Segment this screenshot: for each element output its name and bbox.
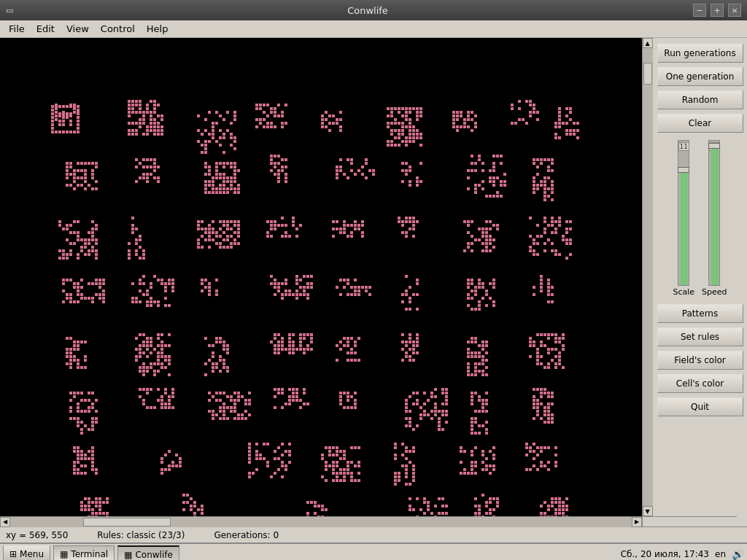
lang-indicator: en bbox=[715, 549, 726, 559]
scroll-track[interactable] bbox=[643, 48, 653, 506]
taskbar: ⊞ Menu ▦ Terminal ▦ Conwlife Сб., 20 июл… bbox=[0, 542, 747, 560]
main-area: ▲ ▼ Run generationsOne generationRandomC… bbox=[0, 38, 747, 516]
speed-fill bbox=[711, 148, 719, 285]
menubar: FileEditViewControlHelp bbox=[0, 20, 747, 38]
scroll-up-arrow[interactable]: ▲ bbox=[643, 38, 653, 48]
maximize-button[interactable]: + bbox=[711, 4, 724, 17]
generations-status: Generations: 0 bbox=[214, 530, 279, 540]
scale-label: Scale bbox=[673, 287, 694, 297]
minimize-button[interactable]: − bbox=[693, 4, 706, 17]
conwlife-icon: ▦ bbox=[124, 550, 132, 560]
xy-status: xy = 569, 550 bbox=[6, 530, 68, 540]
patterns-button[interactable]: Patterns bbox=[657, 304, 743, 323]
menu-item-file[interactable]: File bbox=[3, 22, 31, 36]
sliders-container: 11 Scale 11 Speed bbox=[673, 140, 727, 297]
menu-item-edit[interactable]: Edit bbox=[31, 22, 61, 36]
scale-thumb[interactable] bbox=[678, 167, 689, 173]
scroll-right-arrow[interactable]: ▶ bbox=[632, 517, 642, 527]
rules-status: Rules: classic (23/3) bbox=[97, 530, 185, 540]
taskbar-conwlife[interactable]: ▦ Conwlife bbox=[117, 545, 179, 560]
set-rules-button[interactable]: Set rules bbox=[657, 327, 743, 346]
scale-fill bbox=[681, 170, 688, 285]
scroll-down-arrow[interactable]: ▼ bbox=[643, 506, 653, 516]
conwlife-label: Conwlife bbox=[135, 550, 172, 560]
titlebar-left: ▭ bbox=[6, 6, 42, 15]
right-panel: Run generationsOne generationRandomClear… bbox=[652, 38, 747, 516]
vertical-scrollbar[interactable]: ▲ ▼ bbox=[642, 38, 652, 516]
fields-color-button[interactable]: Field's color bbox=[657, 351, 743, 370]
titlebar-title: Conwlife bbox=[42, 5, 693, 16]
terminal-label: Terminal bbox=[71, 549, 108, 559]
quit-button[interactable]: Quit bbox=[657, 397, 743, 416]
clear-button[interactable]: Clear bbox=[657, 114, 743, 133]
game-canvas-area[interactable] bbox=[0, 38, 642, 516]
titlebar-controls: − + × bbox=[693, 4, 741, 17]
scroll-thumb[interactable] bbox=[643, 63, 652, 85]
cells-color-button[interactable]: Cell's color bbox=[657, 374, 743, 393]
one-generation-button[interactable]: One generation bbox=[657, 67, 743, 86]
speed-slider-wrapper: 11 Speed bbox=[702, 140, 727, 297]
titlebar: ▭ Conwlife − + × bbox=[0, 0, 747, 20]
start-icon: ⊞ bbox=[9, 549, 17, 559]
scale-slider-wrapper: 11 Scale bbox=[673, 140, 694, 297]
start-label: Menu bbox=[20, 549, 44, 559]
taskbar-right: Сб., 20 июля, 17:43 en 🔊 bbox=[621, 548, 744, 560]
titlebar-menu-icon[interactable]: ▭ bbox=[6, 6, 13, 15]
menu-item-view[interactable]: View bbox=[61, 22, 95, 36]
run-generations-button[interactable]: Run generations bbox=[657, 44, 743, 63]
hscroll-row: ◀ ▶ bbox=[0, 516, 747, 526]
horizontal-scrollbar[interactable]: ◀ ▶ bbox=[0, 516, 642, 526]
taskbar-terminal[interactable]: ▦ Terminal bbox=[53, 545, 115, 560]
datetime: Сб., 20 июля, 17:43 bbox=[621, 549, 709, 559]
scale-value: 11 bbox=[678, 142, 689, 151]
statusbar: xy = 569, 550 Rules: classic (23/3) Gene… bbox=[0, 526, 747, 542]
menu-item-control[interactable]: Control bbox=[95, 22, 141, 36]
scroll-left-arrow[interactable]: ◀ bbox=[0, 517, 10, 527]
start-button[interactable]: ⊞ Menu bbox=[3, 545, 50, 560]
volume-icon[interactable]: 🔊 bbox=[732, 548, 744, 560]
speed-slider-track[interactable]: 11 bbox=[708, 140, 720, 286]
hscroll-track[interactable] bbox=[10, 517, 632, 527]
hscroll-thumb[interactable] bbox=[83, 518, 171, 526]
close-button[interactable]: × bbox=[728, 4, 741, 17]
menu-item-help[interactable]: Help bbox=[141, 22, 174, 36]
speed-thumb[interactable] bbox=[708, 143, 720, 149]
terminal-icon: ▦ bbox=[60, 549, 68, 559]
speed-label: Speed bbox=[702, 287, 727, 297]
game-canvas[interactable] bbox=[0, 38, 642, 516]
corner-piece bbox=[642, 516, 737, 526]
scale-slider-track[interactable]: 11 bbox=[678, 140, 689, 286]
random-button[interactable]: Random bbox=[657, 90, 743, 109]
